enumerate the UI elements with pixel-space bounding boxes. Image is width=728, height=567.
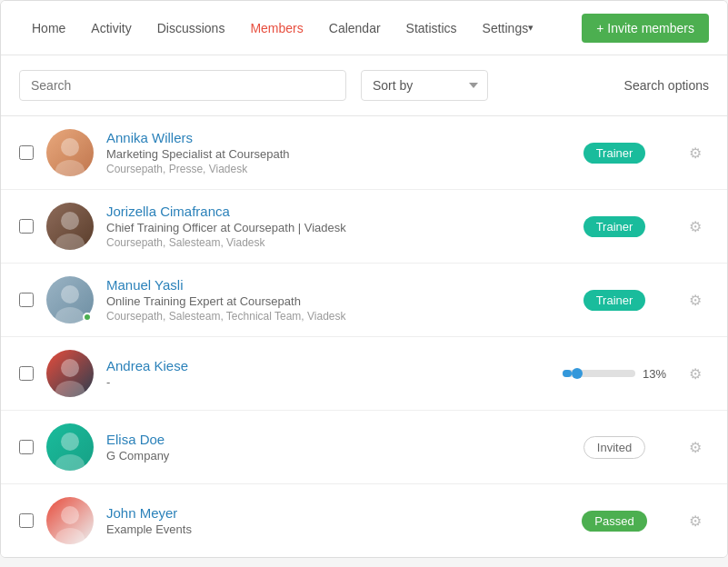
member-groups: Coursepath, Presse, Viadesk	[106, 163, 547, 175]
member-settings-button[interactable]: ⚙	[682, 141, 709, 165]
member-info: Andrea Kiese-	[106, 358, 547, 389]
member-checkbox[interactable]	[19, 145, 34, 160]
avatar	[46, 423, 94, 471]
nav-link-activity[interactable]: Activity	[78, 1, 144, 55]
member-checkbox[interactable]	[19, 366, 34, 381]
member-info: Elisa DoeG Company	[106, 432, 547, 463]
nav-link-settings[interactable]: Settings	[470, 1, 547, 55]
nav-link-home[interactable]: Home	[19, 1, 78, 55]
progress-fill	[563, 370, 572, 377]
search-options-link[interactable]: Search options	[624, 78, 709, 93]
member-info: John MeyerExample Events	[106, 505, 547, 536]
avatar	[46, 497, 94, 544]
member-groups: Coursepath, Salesteam, Technical Team, V…	[106, 310, 547, 323]
member-info: Jorizella CimafrancaChief Training Offic…	[106, 204, 547, 249]
member-row: John MeyerExample EventsPassed⚙	[1, 484, 727, 557]
member-settings-button[interactable]: ⚙	[682, 214, 709, 239]
navigation: HomeActivityDiscussionsMembersCalendarSt…	[1, 1, 727, 55]
member-name[interactable]: Annika Willers	[106, 130, 193, 145]
progress-container: 13%	[563, 367, 666, 381]
progress-text: 13%	[643, 367, 666, 381]
svg-point-7	[61, 285, 79, 303]
member-status: Trainer	[560, 290, 669, 311]
svg-point-4	[61, 212, 79, 230]
member-info: Manuel YasliOnline Training Expert at Co…	[106, 277, 547, 323]
member-status: Passed	[560, 511, 669, 532]
member-status: Trainer	[560, 216, 669, 237]
nav-link-calendar[interactable]: Calendar	[316, 1, 394, 55]
member-row: Manuel YasliOnline Training Expert at Co…	[1, 264, 727, 337]
trainer-badge: Trainer	[583, 143, 646, 164]
member-settings-button[interactable]: ⚙	[682, 435, 709, 460]
search-bar-area: Sort byNameDate joinedLast activity Sear…	[1, 55, 727, 116]
invite-members-button[interactable]: + Invite members	[582, 14, 709, 43]
svg-point-13	[61, 433, 79, 451]
member-settings-button[interactable]: ⚙	[682, 288, 709, 313]
search-input[interactable]	[19, 70, 346, 101]
member-groups: Coursepath, Salesteam, Viadesk	[106, 236, 547, 249]
member-name[interactable]: Elisa Doe	[106, 432, 165, 447]
trainer-badge: Trainer	[583, 216, 646, 237]
nav-links: HomeActivityDiscussionsMembersCalendarSt…	[19, 1, 582, 55]
member-name[interactable]: Andrea Kiese	[106, 358, 188, 373]
trainer-badge: Trainer	[583, 290, 646, 311]
member-info: Annika WillersMarketing Specialist at Co…	[106, 130, 547, 175]
member-row: Annika WillersMarketing Specialist at Co…	[1, 116, 727, 190]
passed-badge: Passed	[582, 511, 646, 532]
member-title: -	[106, 375, 547, 389]
member-checkbox[interactable]	[19, 440, 34, 454]
member-status: Trainer	[560, 143, 669, 164]
member-checkbox[interactable]	[19, 219, 34, 234]
avatar	[46, 276, 94, 323]
member-checkbox[interactable]	[19, 293, 34, 307]
member-title: Example Events	[106, 522, 547, 536]
avatar	[46, 350, 94, 397]
member-title: Marketing Specialist at Coursepath	[106, 147, 547, 161]
nav-link-members[interactable]: Members	[237, 1, 315, 55]
svg-point-1	[61, 138, 79, 156]
progress-dot	[572, 368, 583, 379]
member-title: Online Training Expert at Coursepath	[106, 294, 547, 308]
progress-bar	[563, 370, 635, 377]
member-settings-button[interactable]: ⚙	[682, 362, 709, 386]
sort-select[interactable]: Sort byNameDate joinedLast activity	[361, 70, 488, 101]
member-row: Jorizella CimafrancaChief Training Offic…	[1, 190, 727, 264]
member-row: Andrea Kiese-13%⚙	[1, 337, 727, 411]
member-checkbox[interactable]	[19, 513, 34, 528]
member-status: Invited	[560, 436, 669, 459]
nav-link-discussions[interactable]: Discussions	[145, 1, 238, 55]
member-settings-button[interactable]: ⚙	[682, 509, 709, 533]
avatar	[46, 203, 94, 250]
member-name[interactable]: John Meyer	[106, 505, 177, 521]
avatar	[46, 129, 94, 176]
member-list: Annika WillersMarketing Specialist at Co…	[1, 116, 727, 557]
member-title: Chief Training Officer at Coursepath | V…	[106, 221, 547, 234]
member-name[interactable]: Manuel Yasli	[106, 277, 184, 293]
main-container: HomeActivityDiscussionsMembersCalendarSt…	[0, 0, 728, 558]
member-status: 13%	[560, 367, 669, 381]
svg-point-16	[61, 506, 79, 524]
member-name[interactable]: Jorizella Cimafranca	[106, 204, 230, 219]
member-row: Elisa DoeG CompanyInvited⚙	[1, 411, 727, 484]
svg-point-10	[61, 359, 79, 377]
online-indicator	[83, 313, 92, 322]
member-title: G Company	[106, 449, 547, 463]
nav-link-statistics[interactable]: Statistics	[394, 1, 470, 55]
invited-badge: Invited	[583, 436, 645, 459]
